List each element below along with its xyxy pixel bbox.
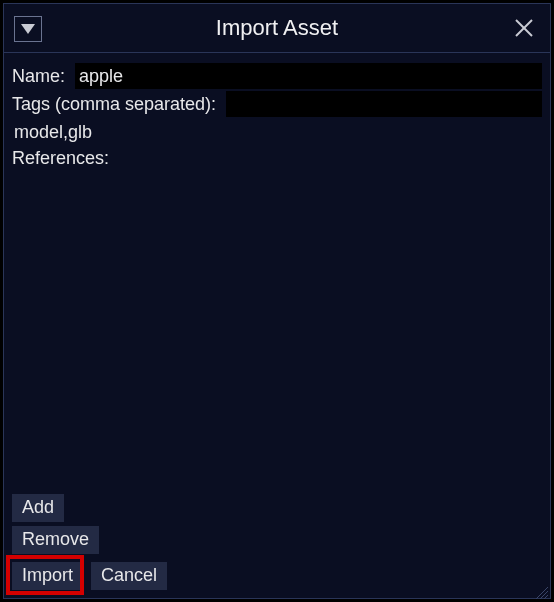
button-stack: Add Remove Import Cancel [12,490,167,590]
remove-button[interactable]: Remove [12,526,99,554]
resize-grip[interactable] [532,580,548,596]
close-button[interactable] [510,14,538,42]
collapse-button[interactable] [14,16,42,42]
triangle-down-icon [20,23,36,35]
name-row: Name: [12,63,542,89]
tags-label-row: Tags (comma separated): [12,91,542,117]
references-label: References: [12,145,109,171]
add-button[interactable]: Add [12,494,64,522]
dialog-title: Import Asset [216,15,338,41]
svg-marker-0 [21,24,35,34]
cancel-button[interactable]: Cancel [91,562,167,590]
svg-line-4 [540,591,548,599]
tags-input-bg[interactable] [226,91,542,117]
titlebar: Import Asset [4,4,550,53]
import-button[interactable]: Import [12,562,83,590]
name-label: Name: [12,63,65,89]
resize-grip-icon [532,583,548,599]
references-row: References: [12,145,542,171]
dialog-body: Name: Tags (comma separated): model,glb … [4,53,550,598]
name-input[interactable] [75,63,542,89]
svg-line-5 [544,595,548,599]
import-asset-dialog: Import Asset Name: Tags (comma separated… [3,3,551,599]
tags-value: model,glb [12,119,542,145]
tags-label: Tags (comma separated): [12,91,216,117]
close-icon [513,17,535,39]
